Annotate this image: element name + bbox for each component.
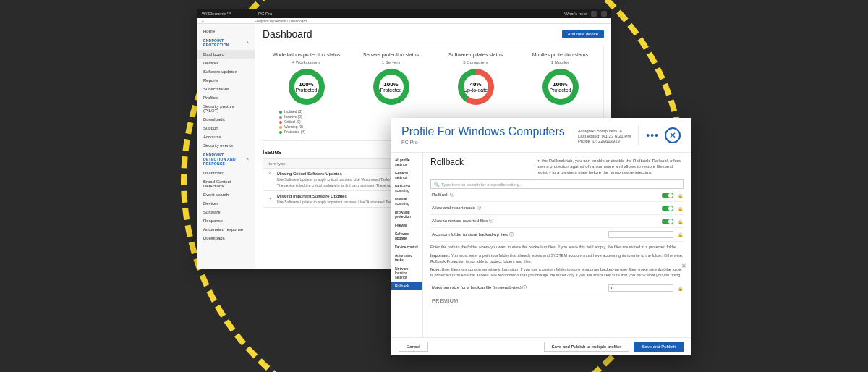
nav-edr-devices[interactable]: Devices — [197, 199, 255, 208]
notification-icon[interactable] — [591, 11, 597, 17]
titlebar: W/ Elements™ PC Pro What's new — [197, 9, 611, 18]
section-description: In the Rollback tab, you can enable or d… — [537, 158, 684, 175]
nav-home[interactable]: Home — [197, 27, 255, 35]
toggle-report-mode[interactable] — [662, 206, 673, 211]
lock-icon[interactable]: 🔒 — [678, 193, 682, 198]
sidebar: Home ENDPOINT PROTECTION^ Dashboard Devi… — [197, 24, 255, 269]
nav-dashboard[interactable]: Dashboard — [197, 50, 255, 59]
breadcrumb-bar: « Endpoint Protection / Dashboard — [197, 18, 611, 24]
modal-nav-rollback[interactable]: Rollback — [391, 282, 422, 290]
save-publish-button[interactable]: Save and Publish — [634, 342, 684, 352]
premium-label: PREMIUM — [430, 295, 684, 306]
nav-broad-context[interactable]: Broad Context Detections — [197, 177, 255, 190]
add-device-button[interactable]: Add new device — [562, 30, 604, 38]
nav-auto-response[interactable]: Automated response — [197, 225, 255, 234]
nav-event-search[interactable]: Event search — [197, 190, 255, 199]
modal-content: Rollback In the Rollback tab, you can en… — [423, 153, 691, 337]
profile-modal: Profile For Windows Computers PC Pro Ass… — [391, 118, 691, 355]
setting-max-size: Maximum size for a backup file (in megab… — [430, 282, 684, 295]
nav-security-events[interactable]: Security events — [197, 141, 255, 150]
sensitive-note: Note: User files may contain sensitive i… — [430, 267, 684, 278]
modal-subtitle: PC Pro — [401, 140, 578, 145]
toggle-restore-files[interactable] — [662, 219, 673, 224]
user-icon[interactable] — [601, 11, 607, 17]
expand-icon[interactable]: ⌃ — [268, 172, 273, 187]
lock-icon[interactable]: 🔒 — [678, 219, 682, 224]
more-icon[interactable]: ••• — [646, 130, 659, 141]
save-multiple-button[interactable]: Save and Publish to multiple profiles — [544, 342, 630, 352]
nav-downloads[interactable]: Downloads — [197, 115, 255, 124]
info-icon[interactable]: ⓘ — [522, 285, 527, 289]
max-size-input[interactable] — [608, 284, 673, 292]
modal-nav-browsing[interactable]: Browsing protection — [391, 208, 422, 221]
modal-nav-network[interactable]: Network location settings — [391, 264, 422, 282]
modal-nav-all[interactable]: All profile settings — [391, 156, 422, 169]
expand-icon[interactable]: ⌄ — [268, 194, 273, 204]
nav-support[interactable]: Support — [197, 124, 255, 132]
collapse-icon[interactable]: « — [202, 19, 204, 23]
nav-section-edr[interactable]: ENDPOINT DETECTION AND RESPONSE^ — [197, 150, 255, 169]
setting-rollback: Rollback ⓘ 🔒 — [430, 189, 684, 202]
toggle-rollback[interactable] — [662, 193, 673, 198]
nav-profiles[interactable]: Profiles — [197, 93, 255, 102]
modal-nav-realtime[interactable]: Real-time scanning — [391, 182, 422, 195]
nav-response[interactable]: Response — [197, 216, 255, 225]
nav-devices[interactable]: Devices — [197, 59, 255, 67]
whats-new-link[interactable]: What's new — [564, 12, 587, 16]
setting-custom-folder: A custom folder to store backed-up files… — [430, 228, 684, 242]
nav-subscriptions[interactable]: Subscriptions — [197, 85, 255, 93]
cancel-button[interactable]: Cancel — [399, 342, 428, 352]
modal-nav-firewall[interactable]: Firewall — [391, 221, 422, 229]
card-workstations: Workstations protection status 4 Worksta… — [266, 52, 346, 135]
page-title: Dashboard — [263, 28, 312, 40]
nav-section-endpoint-protection[interactable]: ENDPOINT PROTECTION^ — [197, 35, 255, 50]
nav-edr-software[interactable]: Software — [197, 208, 255, 216]
modal-nav-manual[interactable]: Manual scanning — [391, 195, 422, 208]
modal-title: Profile For Windows Computers — [401, 125, 578, 138]
modal-nav-general[interactable]: General settings — [391, 169, 422, 182]
modal-footer: Cancel Save and Publish to multiple prof… — [391, 337, 691, 355]
setting-restore-files: Allow to restore reverted files ⓘ 🔒 — [430, 215, 684, 228]
info-icon[interactable]: ⓘ — [450, 193, 454, 197]
search-icon: 🔍 — [434, 182, 439, 187]
custom-folder-input[interactable] — [608, 231, 673, 238]
modal-sidebar: All profile settings General settings Re… — [391, 153, 423, 337]
lock-icon[interactable]: 🔒 — [678, 206, 682, 211]
product-name: PC Pro — [258, 12, 564, 16]
brand-logo: W/ Elements™ — [202, 12, 258, 16]
breadcrumb: Endpoint Protection / Dashboard — [255, 19, 307, 23]
modal-nav-auto-tasks[interactable]: Automated tasks — [391, 251, 422, 264]
folder-note: Enter the path to the folder where you w… — [430, 245, 684, 250]
nav-edr-dashboard[interactable]: Dashboard — [197, 169, 255, 177]
lock-icon[interactable]: 🔒 — [678, 232, 682, 237]
important-note: Important: You must enter a path to a fo… — [430, 253, 684, 264]
nav-security-posture[interactable]: Security posture (PILOT) — [197, 102, 255, 115]
modal-nav-device-control[interactable]: Device control — [391, 242, 422, 251]
close-button[interactable]: ✕ — [665, 127, 681, 143]
info-icon[interactable]: ⓘ — [477, 206, 481, 210]
lock-icon[interactable]: 🔒 — [678, 286, 682, 290]
info-icon[interactable]: ⓘ — [509, 232, 514, 237]
info-icon[interactable]: ⓘ — [489, 219, 493, 223]
nav-edr-downloads[interactable]: Downloads — [197, 234, 255, 242]
legend: Isolated (0) Inactive (0) Critical (0) W… — [266, 109, 346, 134]
settings-search[interactable]: 🔍 Type here to search for a specific set… — [430, 179, 684, 189]
nav-accounts[interactable]: Accounts — [197, 132, 255, 141]
modal-nav-updater[interactable]: Software updater — [391, 229, 422, 242]
setting-report-mode: Allow and report mode ⓘ 🔒 — [430, 202, 684, 215]
nav-software-updates[interactable]: Software updates — [197, 67, 255, 76]
modal-meta: Assigned computers: 4 Last edited: 9/1/2… — [578, 125, 638, 145]
dismiss-note-icon[interactable]: ✕ — [681, 263, 686, 269]
nav-reports[interactable]: Reports — [197, 76, 255, 85]
